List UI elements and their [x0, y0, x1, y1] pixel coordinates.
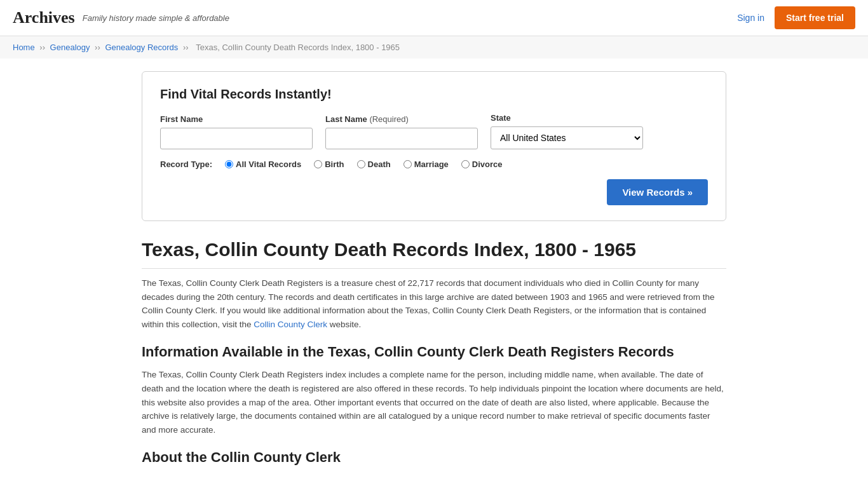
breadcrumb-home[interactable]: Home: [13, 43, 35, 52]
state-select[interactable]: All United StatesAlabamaAlaskaArizonaArk…: [491, 126, 643, 149]
radio-divorce-input[interactable]: [461, 160, 470, 168]
view-records-button[interactable]: View Records »: [607, 179, 708, 205]
intro-text: The Texas, Collin County Clerk Death Reg…: [142, 276, 726, 331]
record-type-row: Record Type: All Vital Records Birth Dea…: [160, 159, 708, 169]
record-type-label: Record Type:: [160, 159, 212, 169]
last-name-input[interactable]: [325, 128, 478, 149]
logo: Archives: [13, 8, 75, 27]
header-right: Sign in Start free trial: [737, 6, 855, 29]
first-name-label: First Name: [160, 114, 313, 124]
radio-divorce[interactable]: Divorce: [461, 159, 503, 169]
search-btn-row: View Records »: [160, 179, 708, 205]
radio-birth-input[interactable]: [314, 160, 322, 168]
breadcrumb-current: Texas, Collin County Death Records Index…: [196, 43, 400, 52]
section2-title: About the Collin County Clerk: [142, 449, 726, 466]
last-name-label: Last Name (Required): [325, 114, 478, 124]
breadcrumb-genealogy[interactable]: Genealogy: [50, 43, 90, 52]
radio-death-input[interactable]: [357, 160, 365, 168]
search-fields: First Name Last Name (Required) State Al…: [160, 113, 708, 149]
radio-marriage-input[interactable]: [403, 160, 412, 168]
radio-death[interactable]: Death: [357, 159, 391, 169]
tagline: Family history made simple & affordable: [83, 13, 229, 23]
last-name-group: Last Name (Required): [325, 114, 478, 149]
breadcrumb: Home ›› Genealogy ›› Genealogy Records ›…: [0, 36, 868, 58]
collin-county-clerk-link[interactable]: Collin County Clerk: [254, 320, 327, 329]
radio-marriage[interactable]: Marriage: [403, 159, 449, 169]
sign-in-link[interactable]: Sign in: [737, 13, 764, 23]
radio-birth[interactable]: Birth: [314, 159, 344, 169]
start-trial-button[interactable]: Start free trial: [775, 6, 855, 29]
first-name-input[interactable]: [160, 128, 313, 149]
section1-text: The Texas, Collin County Clerk Death Reg…: [142, 368, 726, 437]
radio-all-vital[interactable]: All Vital Records: [225, 159, 301, 169]
header-left: Archives Family history made simple & af…: [13, 8, 229, 27]
search-box: Find Vital Records Instantly! First Name…: [142, 71, 726, 221]
main-content: Find Vital Records Instantly! First Name…: [129, 58, 739, 486]
site-header: Archives Family history made simple & af…: [0, 0, 868, 36]
breadcrumb-genealogy-records[interactable]: Genealogy Records: [105, 43, 178, 52]
page-title: Texas, Collin County Death Records Index…: [142, 239, 726, 269]
section1-title: Information Available in the Texas, Coll…: [142, 344, 726, 360]
radio-all-vital-input[interactable]: [225, 160, 233, 168]
state-label: State: [491, 113, 643, 123]
first-name-group: First Name: [160, 114, 313, 149]
search-title: Find Vital Records Instantly!: [160, 87, 708, 102]
state-group: State All United StatesAlabamaAlaskaAriz…: [491, 113, 643, 149]
